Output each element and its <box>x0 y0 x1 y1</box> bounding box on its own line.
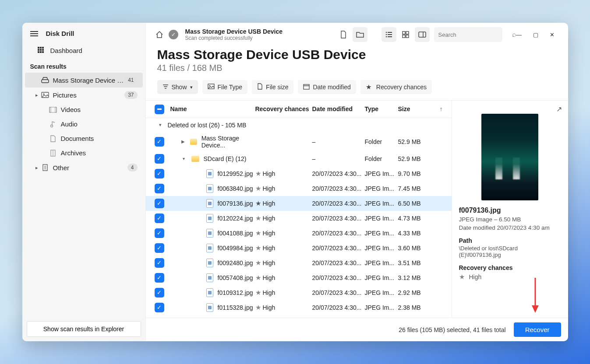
sidebar-item-device[interactable]: Mass Storage Device USB... 41 <box>25 73 143 88</box>
column-date[interactable]: Date modified <box>312 105 365 112</box>
maximize-button[interactable]: ▢ <box>528 28 544 41</box>
sidebar-item-pictures[interactable]: ▸ Pictures 37 <box>25 88 143 102</box>
list-view-icon[interactable] <box>382 27 396 42</box>
table-row[interactable]: ✓f0092480.jpg★High20/07/2023 4:30...JPEG… <box>146 256 452 270</box>
file-view-icon[interactable] <box>336 27 351 42</box>
file-name: f0109312.jpg <box>218 289 253 296</box>
page-subtitle: 41 files / 168 MB <box>157 63 557 73</box>
table-row[interactable]: ✓f0057408.jpg★High20/07/2023 4:30...JPEG… <box>146 270 452 285</box>
row-checkbox[interactable]: ✓ <box>155 154 164 164</box>
table-row[interactable]: ✓f0049984.jpg★High20/07/2023 4:30...JPEG… <box>146 241 452 256</box>
group-label: Deleted or lost (26) - 105 MB <box>168 122 247 129</box>
row-checkbox[interactable]: ✓ <box>155 303 164 312</box>
size-value: 7.45 MB <box>398 185 434 192</box>
show-filter[interactable]: Show ▾ <box>157 80 198 94</box>
sidebar-item-audio[interactable]: Audio <box>25 117 143 131</box>
panel-toggle-icon[interactable] <box>415 27 430 42</box>
file-type-filter[interactable]: File Type <box>202 80 248 94</box>
sidebar-item-documents[interactable]: Documents <box>25 131 143 146</box>
row-checkbox[interactable]: ✓ <box>155 243 164 253</box>
chevron-down-icon: ▾ <box>190 84 193 90</box>
sidebar-item-label: Other <box>53 164 127 172</box>
table-row[interactable]: ✓f0063840.jpg★High20/07/2023 4:30...JPEG… <box>146 181 452 196</box>
show-in-explorer-button[interactable]: Show scan results in Explorer <box>27 321 141 337</box>
row-checkbox[interactable]: ✓ <box>155 214 164 223</box>
folder-view-icon[interactable] <box>353 27 367 42</box>
file-name: f0120224.jpg <box>218 215 253 222</box>
svg-point-31 <box>209 85 210 87</box>
recovery-value: High <box>263 259 276 266</box>
sidebar-item-other[interactable]: ▸ Other 4 <box>25 160 143 175</box>
table-row[interactable]: ✓f0109312.jpg★High20/07/2023 4:30...JPEG… <box>146 285 452 300</box>
sort-arrow-icon[interactable]: ↑ <box>434 105 443 112</box>
date-modified-filter[interactable]: Date modified <box>298 80 356 94</box>
chevron-icon[interactable]: ▶ <box>181 139 186 144</box>
size-value: 2.92 MB <box>398 289 434 296</box>
size-value: 52.9 MB <box>398 155 434 162</box>
table-row[interactable]: ✓f0129952.jpg★High20/07/2023 4:30...JPEG… <box>146 166 452 181</box>
sidebar-item-dashboard[interactable]: Dashboard <box>22 42 145 59</box>
svg-rect-32 <box>304 84 309 89</box>
status-check-icon: ✓ <box>169 30 178 39</box>
row-checkbox[interactable]: ✓ <box>155 228 164 238</box>
row-checkbox[interactable]: ✓ <box>155 169 164 178</box>
document-icon <box>49 135 57 142</box>
recovery-chances-filter[interactable]: ★ Recovery chances <box>360 80 432 94</box>
sidebar-item-archives[interactable]: Archives <box>25 146 143 160</box>
grid-view-icon[interactable] <box>398 27 413 42</box>
open-external-icon[interactable]: ↗ <box>556 105 562 113</box>
row-checkbox[interactable]: ✓ <box>155 273 164 283</box>
table-row[interactable]: ✓f0120224.jpg★High20/07/2023 4:30...JPEG… <box>146 211 452 226</box>
row-checkbox[interactable]: ✓ <box>155 137 164 147</box>
close-button[interactable]: ✕ <box>544 28 560 41</box>
group-header[interactable]: ▾ Deleted or lost (26) - 105 MB <box>146 118 452 132</box>
column-recovery[interactable]: Recovery chances <box>255 105 312 112</box>
column-size[interactable]: Size <box>398 105 434 112</box>
star-icon: ★ <box>255 259 261 266</box>
sidebar-item-videos[interactable]: Videos <box>25 102 143 117</box>
table-row[interactable]: ✓f0115328.jpg★High20/07/2023 4:30...JPEG… <box>146 300 452 315</box>
svg-point-11 <box>43 94 44 95</box>
table-row[interactable]: ✓f0079136.jpg★High20/07/2023 4:30...JPEG… <box>146 196 452 211</box>
table-row[interactable]: ✓▶Mass Storage Device...–Folder52.9 MB <box>146 132 452 151</box>
date-value: 20/07/2023 4:30... <box>312 185 365 192</box>
star-icon: ★ <box>255 200 261 207</box>
recover-button[interactable]: Recover <box>514 322 561 337</box>
column-name[interactable]: Name <box>170 105 255 112</box>
search-input[interactable] <box>438 32 512 38</box>
menu-icon[interactable] <box>30 31 38 36</box>
minimize-button[interactable]: — <box>511 28 527 41</box>
svg-rect-19 <box>388 32 392 33</box>
preview-meta-date: Date modified 20/07/2023 4:30 am <box>459 224 561 231</box>
recovery-chances-value: High <box>469 273 482 280</box>
type-value: JPEG Im... <box>365 274 398 281</box>
sidebar-item-label: Mass Storage Device USB... <box>53 77 125 84</box>
date-value: 20/07/2023 4:30... <box>312 304 365 311</box>
star-icon: ★ <box>255 170 261 177</box>
table-row[interactable]: ✓f0041088.jpg★High20/07/2023 4:30...JPEG… <box>146 226 452 241</box>
preview-filename: f0079136.jpg <box>459 206 561 214</box>
svg-rect-5 <box>42 49 44 51</box>
star-icon: ★ <box>255 274 261 281</box>
file-size-filter[interactable]: File size <box>252 80 293 94</box>
size-value: 3.12 MB <box>398 274 434 281</box>
recovery-value: High <box>263 200 276 207</box>
row-checkbox[interactable]: ✓ <box>155 184 164 193</box>
svg-rect-24 <box>403 32 405 34</box>
column-type[interactable]: Type <box>365 105 398 112</box>
home-icon[interactable] <box>155 30 164 39</box>
chevron-icon[interactable]: ▾ <box>181 156 187 161</box>
type-value: JPEG Im... <box>365 259 398 266</box>
selection-summary: 26 files (105 MB) selected, 41 files tot… <box>399 326 505 333</box>
row-checkbox[interactable]: ✓ <box>155 288 164 298</box>
row-checkbox[interactable]: ✓ <box>155 258 164 268</box>
star-icon: ★ <box>366 83 371 91</box>
search-box[interactable]: ⌕ <box>434 27 502 42</box>
select-all-checkbox[interactable] <box>155 105 164 114</box>
type-value: JPEG Im... <box>365 215 398 222</box>
table-row[interactable]: ✓▾SDcard (E) (12)–Folder52.9 MB <box>146 151 452 166</box>
row-checkbox[interactable]: ✓ <box>155 199 164 208</box>
star-icon: ★ <box>255 185 261 192</box>
file-name: SDcard (E) (12) <box>204 155 247 162</box>
file-name: f0092480.jpg <box>218 259 253 266</box>
